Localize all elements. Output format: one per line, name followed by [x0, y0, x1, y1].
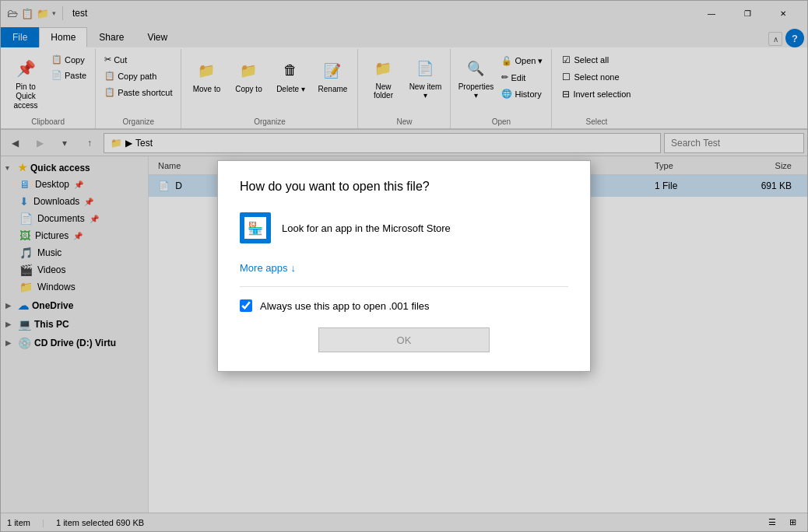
always-use-checkbox[interactable] [240, 299, 252, 312]
more-apps-link[interactable]: More apps ↓ [240, 262, 568, 274]
dialog-title: How do you want to open this file? [240, 180, 568, 194]
explorer-window: 🗁 📋 📁 ▾ test — ❐ ✕ File Home Share View … [0, 0, 808, 532]
store-icon-inner: 🏪 [244, 217, 266, 239]
dialog-overlay: How do you want to open this file? 🏪 Loo… [1, 1, 807, 531]
store-app-icon: 🏪 [240, 212, 271, 243]
more-apps-arrow: ↓ [290, 262, 296, 274]
store-option-text: Look for an app in the Microsoft Store [282, 222, 451, 234]
dialog-buttons: OK [240, 327, 568, 352]
store-option[interactable]: 🏪 Look for an app in the Microsoft Store [240, 206, 568, 250]
dialog-divider [240, 286, 568, 287]
always-use-checkbox-row: Always use this app to open .001 files [240, 299, 568, 312]
always-use-label: Always use this app to open .001 files [260, 300, 430, 312]
more-apps-label: More apps [240, 262, 287, 274]
ok-button[interactable]: OK [318, 327, 490, 352]
open-with-dialog: How do you want to open this file? 🏪 Loo… [217, 160, 591, 372]
